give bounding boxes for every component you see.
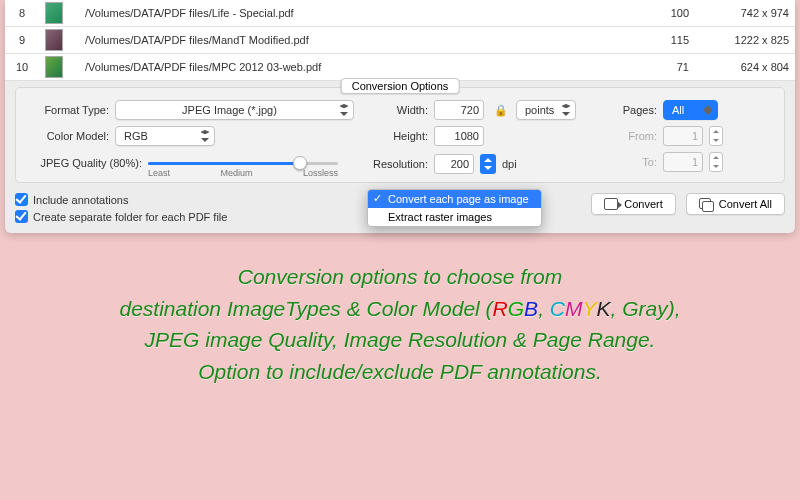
file-pages: 100 (635, 0, 695, 27)
to-label: To: (612, 156, 657, 168)
file-dimensions: 1222 x 825 (695, 27, 795, 54)
format-type-label: Format Type: (24, 104, 109, 116)
app-window: 8 /Volumes/DATA/PDF files/Life - Special… (5, 0, 795, 233)
resolution-stepper[interactable] (480, 154, 496, 174)
export-icon (604, 198, 618, 210)
to-input: 1 (663, 152, 703, 172)
mode-extract-raster[interactable]: Extract raster images (368, 208, 541, 226)
width-label: Width: (368, 104, 428, 116)
file-dimensions: 624 x 804 (695, 54, 795, 81)
color-model-label: Color Model: (24, 130, 109, 142)
pages-label: Pages: (612, 104, 657, 116)
lock-icon[interactable]: 🔒 (494, 104, 508, 117)
height-label: Height: (368, 130, 428, 142)
slider-tick-lossless: Lossless (303, 168, 338, 178)
units-select[interactable]: points (516, 100, 576, 120)
from-input: 1 (663, 126, 703, 146)
separate-folder-checkbox[interactable]: Create separate folder for each PDF file (15, 210, 227, 223)
table-row[interactable]: 8 /Volumes/DATA/PDF files/Life - Special… (5, 0, 795, 27)
file-pages: 71 (635, 54, 695, 81)
panel-legend: Conversion Options (341, 78, 460, 94)
file-thumbnail (39, 0, 79, 27)
file-path: /Volumes/DATA/PDF files/MPC 2012 03-web.… (79, 54, 635, 81)
convert-all-button[interactable]: Convert All (686, 193, 785, 215)
color-model-select[interactable]: RGB (115, 126, 215, 146)
file-dimensions: 742 x 974 (695, 0, 795, 27)
checkmark-icon (15, 193, 28, 206)
from-stepper (709, 126, 723, 146)
promo-caption: Conversion options to choose from destin… (0, 261, 800, 387)
dpi-label: dpi (502, 158, 517, 170)
to-stepper (709, 152, 723, 172)
slider-tick-least: Least (148, 168, 170, 178)
file-table: 8 /Volumes/DATA/PDF files/Life - Special… (5, 0, 795, 81)
mode-convert-each-page[interactable]: Convert each page as image (368, 190, 541, 208)
slider-tick-medium: Medium (221, 168, 253, 178)
row-index: 9 (5, 27, 39, 54)
multi-export-icon (699, 198, 713, 210)
checkmark-icon (15, 210, 28, 223)
row-index: 10 (5, 54, 39, 81)
resolution-input[interactable]: 200 (434, 154, 474, 174)
from-label: From: (612, 130, 657, 142)
jpeg-quality-slider[interactable]: Least Medium Lossless (148, 154, 338, 172)
file-path: /Volumes/DATA/PDF files/Life - Special.p… (79, 0, 635, 27)
file-pages: 115 (635, 27, 695, 54)
width-input[interactable]: 720 (434, 100, 484, 120)
convert-mode-dropdown[interactable]: Convert each page as image Extract raste… (367, 189, 542, 227)
resolution-label: Resolution: (368, 158, 428, 170)
include-annotations-checkbox[interactable]: Include annotations (15, 193, 227, 206)
format-type-select[interactable]: JPEG Image (*.jpg) (115, 100, 354, 120)
file-path: /Volumes/DATA/PDF files/MandT Modified.p… (79, 27, 635, 54)
convert-button[interactable]: Convert (591, 193, 676, 215)
file-thumbnail (39, 54, 79, 81)
height-input[interactable]: 1080 (434, 126, 484, 146)
table-row[interactable]: 10 /Volumes/DATA/PDF files/MPC 2012 03-w… (5, 54, 795, 81)
jpeg-quality-label: JPEG Quality (80%): (24, 157, 142, 169)
bottom-bar: Include annotations Create separate fold… (5, 187, 795, 233)
row-index: 8 (5, 0, 39, 27)
pages-select[interactable]: All (663, 100, 718, 120)
table-row[interactable]: 9 /Volumes/DATA/PDF files/MandT Modified… (5, 27, 795, 54)
conversion-options-panel: Conversion Options Format Type: JPEG Ima… (15, 87, 785, 183)
file-thumbnail (39, 27, 79, 54)
